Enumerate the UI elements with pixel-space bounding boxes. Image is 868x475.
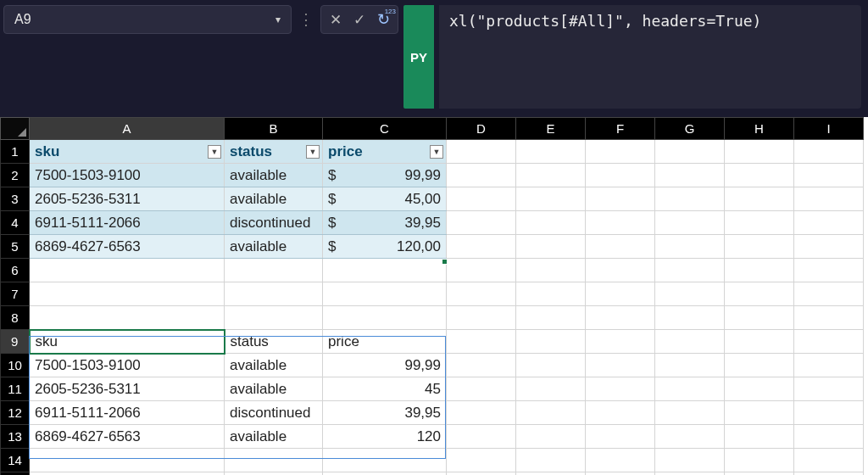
cell[interactable] — [655, 140, 725, 164]
cell[interactable] — [725, 401, 794, 425]
cell[interactable] — [794, 306, 864, 330]
cell[interactable] — [794, 401, 864, 425]
filter-button[interactable]: ▼ — [430, 145, 443, 159]
cell[interactable] — [516, 211, 586, 235]
cell[interactable] — [516, 259, 586, 282]
cell[interactable] — [655, 449, 725, 472]
cell[interactable] — [586, 211, 655, 235]
cell[interactable] — [447, 211, 516, 235]
cell[interactable] — [655, 211, 725, 235]
row-header[interactable]: 3 — [1, 187, 30, 211]
cell[interactable] — [586, 164, 655, 187]
row-header[interactable]: 11 — [1, 377, 30, 401]
row-header[interactable]: 4 — [1, 211, 30, 235]
cell[interactable] — [516, 282, 586, 306]
cell[interactable] — [447, 140, 516, 164]
cell[interactable] — [725, 259, 794, 282]
cell[interactable] — [516, 401, 586, 425]
cell[interactable] — [586, 235, 655, 259]
col-header-D[interactable]: D — [447, 118, 516, 140]
cell[interactable]: 120 — [323, 425, 447, 449]
cell[interactable] — [586, 377, 655, 401]
cell[interactable] — [225, 449, 323, 472]
cell[interactable] — [586, 401, 655, 425]
name-box[interactable]: A9 ▾ — [3, 5, 292, 34]
cell[interactable] — [725, 187, 794, 211]
cell[interactable] — [655, 187, 725, 211]
cell[interactable] — [447, 282, 516, 306]
col-header-B[interactable]: B — [225, 118, 323, 140]
cell[interactable] — [586, 306, 655, 330]
cell[interactable] — [516, 235, 586, 259]
cell[interactable] — [725, 282, 794, 306]
cell[interactable] — [516, 354, 586, 377]
cell[interactable] — [586, 259, 655, 282]
table-header-price[interactable]: price▼ — [323, 140, 447, 164]
cell[interactable] — [225, 472, 323, 476]
col-header-F[interactable]: F — [586, 118, 655, 140]
cell[interactable] — [794, 330, 864, 354]
cell[interactable] — [655, 354, 725, 377]
cell-price[interactable]: $39,95 — [323, 211, 447, 235]
cell[interactable] — [447, 164, 516, 187]
cell-price[interactable]: $99,99 — [323, 164, 447, 187]
cell[interactable] — [447, 377, 516, 401]
cell[interactable] — [725, 235, 794, 259]
cell[interactable] — [655, 377, 725, 401]
cell[interactable] — [794, 472, 864, 476]
cell[interactable] — [447, 472, 516, 476]
cell[interactable] — [725, 211, 794, 235]
cell-sku[interactable]: 6869-4627-6563 — [30, 235, 225, 259]
cell[interactable] — [225, 259, 323, 282]
cell[interactable] — [447, 259, 516, 282]
cell[interactable] — [725, 449, 794, 472]
cell-sku[interactable]: 6911-5111-2066 — [30, 211, 225, 235]
filter-button[interactable]: ▼ — [208, 145, 221, 159]
cell[interactable] — [725, 425, 794, 449]
cell[interactable] — [655, 164, 725, 187]
cell-status[interactable]: available — [225, 187, 323, 211]
row-header[interactable]: 5 — [1, 235, 30, 259]
filter-button[interactable]: ▼ — [306, 145, 320, 159]
row-header[interactable]: 9 — [1, 330, 30, 354]
cell[interactable] — [447, 306, 516, 330]
cell[interactable] — [323, 472, 447, 476]
cell[interactable] — [516, 425, 586, 449]
cell-sku[interactable]: 2605-5236-5311 — [30, 187, 225, 211]
row-header[interactable]: 15 — [1, 472, 30, 476]
cell[interactable] — [516, 377, 586, 401]
cell-status[interactable]: discontinued — [225, 211, 323, 235]
row-header[interactable]: 7 — [1, 282, 30, 306]
cell[interactable]: 7500-1503-9100 — [30, 354, 225, 377]
cell[interactable] — [586, 330, 655, 354]
cell[interactable] — [323, 259, 447, 282]
cell[interactable] — [655, 472, 725, 476]
cell[interactable] — [794, 425, 864, 449]
cell[interactable]: 99,99 — [323, 354, 447, 377]
cell[interactable] — [794, 164, 864, 187]
cell[interactable] — [794, 259, 864, 282]
cell[interactable] — [447, 187, 516, 211]
cell[interactable] — [725, 377, 794, 401]
cell[interactable] — [447, 449, 516, 472]
cell[interactable] — [794, 235, 864, 259]
cell[interactable] — [794, 187, 864, 211]
formula-input[interactable]: xl("products[#All]", headers=True) — [439, 5, 861, 109]
cell[interactable] — [586, 449, 655, 472]
cell[interactable]: available — [225, 354, 323, 377]
cell[interactable] — [516, 330, 586, 354]
cell[interactable]: 39,95 — [323, 401, 447, 425]
cell-price[interactable]: $120,00 — [323, 235, 447, 259]
table-header-status[interactable]: status▼ — [225, 140, 323, 164]
accept-button[interactable]: ✓ — [348, 8, 370, 31]
cell[interactable] — [794, 377, 864, 401]
cell[interactable] — [447, 425, 516, 449]
cancel-button[interactable]: ✕ — [325, 8, 347, 31]
row-header[interactable]: 8 — [1, 306, 30, 330]
row-header[interactable]: 13 — [1, 425, 30, 449]
row-header[interactable]: 6 — [1, 259, 30, 282]
cell[interactable] — [655, 330, 725, 354]
cell[interactable] — [794, 140, 864, 164]
cell[interactable] — [323, 449, 447, 472]
select-all-corner[interactable] — [1, 118, 30, 140]
